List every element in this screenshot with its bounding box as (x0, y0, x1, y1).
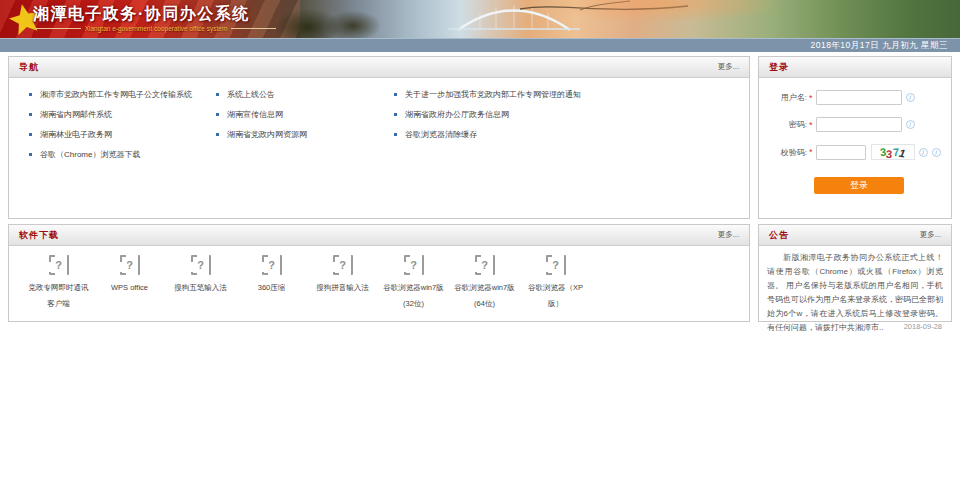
bullet-icon (29, 93, 32, 96)
download-list: ? 党政专网即时通讯客户端 ? WPS office ? 搜狗五笔输入法 ? 3… (9, 246, 749, 312)
nav-links: 湘潭市党政内部工作专网电子公文传输系统 湖南省内网邮件系统 湖南林业电子政务网 … (9, 78, 749, 164)
download-item-360zip[interactable]: ? 360压缩 (236, 253, 307, 312)
broken-image-icon: ? (404, 255, 424, 275)
download-panel-title: 软件下载 (19, 229, 59, 242)
password-input[interactable] (816, 117, 902, 132)
notice-panel-header: 公告 更多... (759, 225, 951, 246)
download-item-wps-office[interactable]: ? WPS office (94, 253, 165, 312)
sunset-sky-decoration (560, 0, 820, 38)
notice-panel-title: 公告 (769, 229, 789, 242)
nav-panel-header: 导航 更多... (9, 57, 749, 78)
nav-panel-title: 导航 (19, 61, 39, 74)
login-button-row: 登录 (814, 174, 951, 194)
nav-more-link[interactable]: 更多... (718, 62, 739, 72)
captcha-row: 校验码: * 3 3 7 1 i i (767, 144, 951, 160)
required-asterisk: * (809, 120, 813, 130)
nav-link-hunan-intranet-mail[interactable]: 湖南省内网邮件系统 (29, 104, 216, 124)
download-item-chrome-win7-64[interactable]: ? 谷歌浏览器win7版(64位) (449, 253, 520, 312)
bullet-icon (29, 153, 32, 156)
notice-more-link[interactable]: 更多... (920, 230, 941, 240)
nav-link-hunan-publicity-net[interactable]: 湖南宣传信息网 (216, 104, 394, 124)
nav-column-2: 系统上线公告 湖南宣传信息网 湖南省党政内网资源网 (216, 84, 394, 164)
nav-link-launch-notice[interactable]: 系统上线公告 (216, 84, 394, 104)
login-panel: 登录 用户名: * i 密码: * i 校验码: * (758, 56, 952, 219)
captcha-image[interactable]: 3 3 7 1 (871, 144, 915, 160)
nav-panel: 导航 更多... 湘潭市党政内部工作专网电子公文传输系统 湖南省内网邮件系统 湖… (8, 56, 750, 219)
notice-content: 新版湘潭电子政务协同办公系统正式上线！ 请使用谷歌（Chrome）或火狐（Fir… (759, 246, 951, 331)
broken-image-icon: ? (49, 255, 69, 275)
nav-link-gov-office-info-net[interactable]: 湖南省政府办公厅政务信息网 (394, 104, 581, 124)
notice-panel: 公告 更多... 新版湘潭电子政务协同办公系统正式上线！ 请使用谷歌（Chrom… (758, 224, 952, 322)
password-label: 密码: (767, 119, 807, 130)
nav-link-hunan-forestry-egov[interactable]: 湖南林业电子政务网 (29, 124, 216, 144)
broken-image-icon: ? (475, 255, 495, 275)
login-form: 用户名: * i 密码: * i 校验码: * 3 (759, 78, 951, 194)
nav-link-management-notice[interactable]: 关于进一步加强我市党政内部工作专网管理的通知 (394, 84, 581, 104)
download-more-link[interactable]: 更多... (718, 230, 739, 240)
nav-column-1: 湘潭市党政内部工作专网电子公文传输系统 湖南省内网邮件系统 湖南林业电子政务网 … (29, 84, 216, 164)
login-panel-title: 登录 (769, 61, 789, 74)
broken-image-icon: ? (191, 255, 211, 275)
bullet-icon (394, 133, 397, 136)
info-icon[interactable]: i (919, 148, 928, 157)
info-icon[interactable]: i (906, 93, 915, 102)
required-asterisk: * (809, 147, 813, 157)
username-row: 用户名: * i (767, 90, 951, 105)
required-asterisk: * (809, 93, 813, 103)
bullet-icon (216, 133, 219, 136)
download-item-chrome-win7-32[interactable]: ? 谷歌浏览器win7版(32位) (378, 253, 449, 312)
username-label: 用户名: (767, 92, 807, 103)
download-item-sogou-wubi[interactable]: ? 搜狗五笔输入法 (165, 253, 236, 312)
site-title: 湘潭电子政务·协同办公系统 (33, 4, 283, 25)
bullet-icon (216, 93, 219, 96)
captcha-label: 校验码: (767, 147, 807, 158)
site-subtitle: Xiangtan e-government cooperative office… (36, 25, 276, 32)
download-item-im-client[interactable]: ? 党政专网即时通讯客户端 (23, 253, 94, 312)
username-input[interactable] (816, 90, 902, 105)
info-icon[interactable]: i (906, 120, 915, 129)
captcha-input[interactable] (816, 145, 866, 160)
nav-column-3: 关于进一步加强我市党政内部工作专网管理的通知 湖南省政府办公厅政务信息网 谷歌浏… (394, 84, 581, 164)
broken-image-icon: ? (120, 255, 140, 275)
software-download-panel: 软件下载 更多... ? 党政专网即时通讯客户端 ? WPS office ? … (8, 224, 750, 322)
banner: 湘潭电子政务·协同办公系统 Xiangtan e-government coop… (0, 0, 960, 38)
broken-image-icon: ? (262, 255, 282, 275)
download-panel-header: 软件下载 更多... (9, 225, 749, 246)
login-button[interactable]: 登录 (814, 177, 904, 194)
bullet-icon (394, 113, 397, 116)
info-icon[interactable]: i (932, 148, 941, 157)
subtitle-line-left (36, 28, 81, 29)
nav-link-chrome-download[interactable]: 谷歌（Chrome）浏览器下载 (29, 144, 216, 164)
nav-link-chrome-clear-cache[interactable]: 谷歌浏览器清除缓存 (394, 124, 581, 144)
date-text: 2018年10月17日 九月初九 星期三 (810, 40, 948, 52)
subtitle-line-right (231, 28, 276, 29)
bullet-icon (29, 113, 32, 116)
password-row: 密码: * i (767, 117, 951, 132)
download-item-sogou-pinyin[interactable]: ? 搜狗拼音输入法 (307, 253, 378, 312)
bullet-icon (29, 133, 32, 136)
download-item-chrome-xp[interactable]: ? 谷歌浏览器（XP版） (520, 253, 591, 312)
login-panel-header: 登录 (759, 57, 951, 78)
bullet-icon (216, 113, 219, 116)
broken-image-icon: ? (333, 255, 353, 275)
bullet-icon (394, 93, 397, 96)
broken-image-icon: ? (546, 255, 566, 275)
nav-link-hunan-party-resources[interactable]: 湖南省党政内网资源网 (216, 124, 394, 144)
nav-link-doc-transfer-system[interactable]: 湘潭市党政内部工作专网电子公文传输系统 (29, 84, 216, 104)
date-bar: 2018年10月17日 九月初九 星期三 (0, 38, 960, 52)
